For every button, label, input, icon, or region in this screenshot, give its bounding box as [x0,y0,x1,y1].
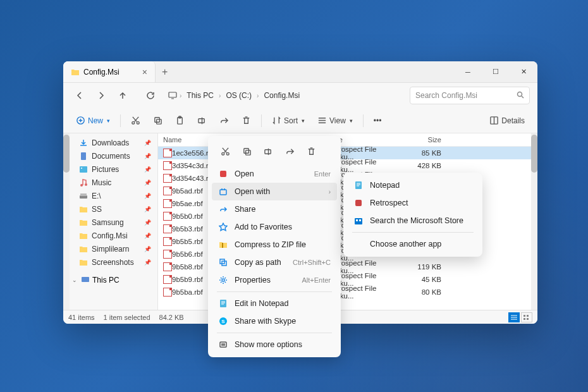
svg-rect-40 [356,219,358,221]
open-with-submenu: NotepadRetrospectSearch the Microsoft St… [343,173,482,257]
menu-item-editinnotepad[interactable]: Edit in Notepad [212,295,337,312]
pc-icon [168,91,177,100]
ctx-copy-button[interactable] [237,142,256,160]
new-tab-button[interactable]: + [156,66,174,78]
new-button[interactable]: New▾ [71,112,115,130]
icons-view-icon[interactable] [521,312,532,322]
pin-icon: 📌 [144,180,151,186]
svg-point-23 [221,152,224,155]
sidebar-item-pictures[interactable]: Pictures📌 [70,162,157,176]
header-size[interactable]: Size [403,136,441,144]
sidebar-item-downloads[interactable]: Downloads📌 [70,136,157,149]
folder-icon [78,244,88,254]
svg-rect-5 [155,118,160,123]
menu-item-compresstozipfile[interactable]: Compress to ZIP file [212,236,337,254]
sidebar-thispc[interactable]: ⌄This PC [70,274,157,286]
status-selected: 1 item selected [104,314,150,321]
share-icon [218,204,228,214]
menu-item-share[interactable]: Share [212,200,337,218]
rbf-file-icon [163,187,172,195]
rbf-file-icon [163,149,172,157]
svg-rect-20 [527,315,529,317]
skype-icon: S [218,316,228,326]
sidebar-item-music[interactable]: Music📌 [70,176,157,189]
pin-icon: 📌 [144,246,151,252]
details-button[interactable]: Details [484,112,530,130]
menu-item-searchthemicrosoftstore[interactable]: Search the Microsoft Store [347,212,479,230]
folder-icon [78,231,88,240]
svg-rect-29 [220,190,226,195]
folder-icon [78,257,88,267]
breadcrumb-configmsi[interactable]: Config.Msi [261,90,302,101]
pin-icon: 📌 [144,259,151,266]
sidebar-item-ss[interactable]: SS📌 [70,202,157,216]
pin-icon: 📌 [144,153,151,159]
menu-item-notepad[interactable]: Notepad [347,176,479,194]
status-items: 41 items [68,314,95,321]
svg-rect-18 [82,277,89,282]
main-scrollbar[interactable] [531,133,537,310]
paste-button[interactable] [170,112,190,130]
minimize-button[interactable]: ─ [454,61,482,83]
rbf-file-icon [163,288,172,297]
menu-item-addtofavorites[interactable]: Add to Favorites [212,218,337,236]
sidebar-item-documents[interactable]: Documents📌 [70,149,157,162]
back-button[interactable] [71,87,89,104]
pin-icon: 📌 [144,233,151,239]
delete-button[interactable] [236,112,256,130]
props-icon [218,275,228,285]
view-button[interactable]: View▾ [312,112,358,130]
menu-item-retrospect[interactable]: Retrospect [347,194,479,212]
rename-button[interactable] [192,112,212,130]
ctx-share-button[interactable] [280,142,299,160]
pin-icon: 📌 [144,193,151,199]
svg-point-24 [226,152,229,155]
more-button[interactable]: ••• [369,112,387,130]
maximize-button[interactable]: ☐ [482,61,510,83]
pic-icon [78,164,88,174]
menu-item-sharewithskype[interactable]: SShare with Skype [212,312,337,330]
titlebar: Config.Msi × + ─ ☐ ✕ [63,61,537,83]
ctx-delete-button[interactable] [302,142,321,160]
svg-point-15 [85,183,87,186]
tab-close-button[interactable]: × [142,67,147,77]
search-input[interactable]: Search Config.Msi [410,87,530,104]
svg-rect-33 [220,300,226,307]
svg-rect-19 [524,315,525,317]
details-view-icon[interactable] [508,312,520,322]
sidebar-item-simplilearn[interactable]: Simplilearn📌 [70,242,157,255]
sidebar-item-configmsi[interactable]: Config.Msi📌 [70,229,157,242]
sidebar-item-e[interactable]: E:\📌 [70,189,157,202]
close-button[interactable]: ✕ [510,61,537,83]
menu-item-showmoreoptions[interactable]: Show more options [212,336,337,353]
pin-icon: 📌 [144,219,151,226]
sidebar-item-samsung[interactable]: Samsung📌 [70,216,157,229]
sidebar-item-screenshots[interactable]: Screenshots📌 [70,255,157,269]
menu-item-properties[interactable]: PropertiesAlt+Enter [212,271,337,289]
up-button[interactable] [114,87,132,104]
ctx-rename-button[interactable] [259,142,278,160]
forward-button[interactable] [92,87,110,104]
tab-config[interactable]: Config.Msi × [63,61,156,82]
menu-item-copyaspath[interactable]: Copy as pathCtrl+Shift+C [212,254,337,271]
copy-button[interactable] [148,112,168,130]
openwith-icon [218,187,228,197]
menu-item-open[interactable]: OpenEnter [212,165,337,183]
folder-icon [71,68,80,77]
svg-rect-28 [220,171,226,177]
sidebar-scrollbar[interactable] [63,133,70,310]
ctx-cut-button[interactable] [216,142,235,160]
svg-rect-41 [359,219,361,221]
menu-item-openwith[interactable]: Open with› [212,183,337,200]
menu-item-chooseanotherapp[interactable]: Choose another app [347,235,479,253]
tab-title: Config.Msi [83,68,119,77]
breadcrumb-osc[interactable]: OS (C:) [223,90,254,101]
breadcrumb-thispc[interactable]: This PC [184,90,216,101]
chevron-right-icon: › [329,188,331,195]
sort-button[interactable]: Sort▾ [267,112,310,130]
share-button[interactable] [214,112,234,130]
svg-point-13 [81,168,82,169]
cut-button[interactable] [126,112,145,130]
store-icon [353,216,364,226]
refresh-button[interactable] [142,87,159,104]
